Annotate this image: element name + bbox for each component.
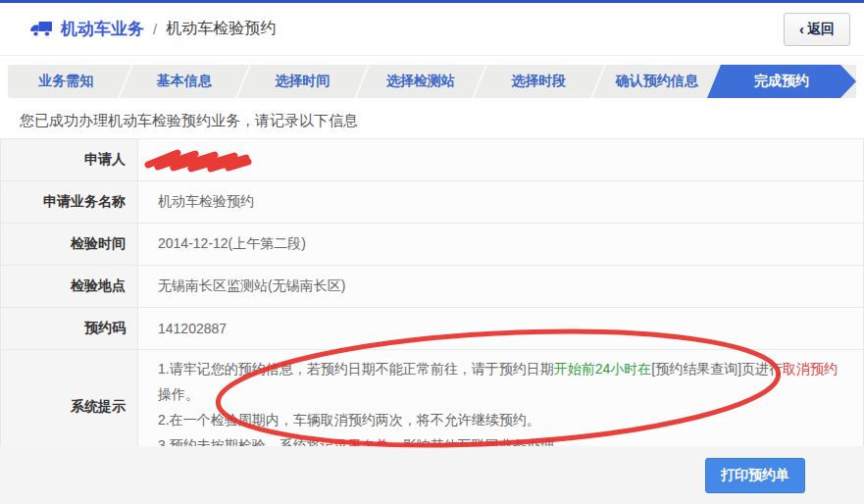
tip-text-highlight-green: 开始前24小时在 — [554, 361, 652, 377]
row-label: 检验地点 — [1, 266, 138, 308]
step-basic-info: 基本信息 — [127, 65, 243, 98]
row-value: 141202887 — [138, 308, 864, 350]
footer-bar: 打印预约单 — [0, 446, 864, 504]
row-label: 申请人 — [1, 139, 138, 181]
back-button-label: 返回 — [807, 21, 835, 38]
table-row-booking-code: 预约码 141202887 — [1, 308, 864, 350]
row-value: 无锡南长区监测站(无锡南长区) — [138, 266, 864, 308]
back-button[interactable]: ‹ 返回 — [784, 13, 850, 46]
step-confirm-info: 确认预约信息 — [599, 65, 716, 98]
applicant-value-redacted — [138, 139, 864, 181]
success-message: 您已成功办理机动车检验预约业务，请记录以下信息 — [20, 112, 844, 130]
table-row-service-name: 申请业务名称 机动车检验预约 — [1, 181, 864, 224]
page-header: 机动车业务 / 机动车检验预约 ‹ 返回 — [0, 3, 864, 56]
brand-label: 机动车业务 — [61, 18, 144, 40]
step-complete-active: 完成预约 — [707, 65, 856, 98]
table-row-inspection-place: 检验地点 无锡南长区监测站(无锡南长区) — [1, 266, 864, 308]
step-select-slot: 选择时段 — [481, 65, 597, 98]
tip-text-highlight-red: 取消预约 — [783, 361, 838, 377]
print-appointment-button[interactable]: 打印预约单 — [705, 458, 805, 493]
row-label: 检验时间 — [1, 224, 138, 266]
tip-text: [预约结果查询]页进行 — [651, 361, 783, 377]
chevron-left-icon: ‹ — [799, 21, 804, 37]
row-label: 预约码 — [1, 308, 138, 350]
row-value: 机动车检验预约 — [138, 181, 864, 224]
page-title: 机动车检验预约 — [166, 19, 276, 39]
table-row-applicant: 申请人 — [1, 139, 864, 181]
row-value: 2014-12-12(上午第二段) — [138, 224, 864, 266]
wizard-steps-bar: 业务需知 基本信息 选择时间 选择检测站 选择时段 确认预约信息 完成预约 — [8, 65, 856, 98]
breadcrumb-separator: / — [153, 21, 157, 37]
tip-text: 2.在一个检验周期内，车辆取消预约两次，将不允许继续预约。 — [158, 412, 540, 428]
tip-text: 1.请牢记您的预约信息，若预约日期不能正常前往，请于预约日期 — [158, 361, 554, 377]
step-select-time: 选择时间 — [244, 65, 361, 98]
tip-line-2: 2.在一个检验周期内，车辆取消预约两次，将不允许继续预约。 — [158, 407, 851, 432]
redaction-scribble — [144, 146, 254, 174]
step-business-notice: 业务需知 — [8, 65, 125, 98]
step-select-station: 选择检测站 — [363, 65, 480, 98]
tip-line-1: 1.请牢记您的预约信息，若预约日期不能正常前往，请于预约日期开始前24小时在[预… — [158, 356, 851, 407]
table-row-inspection-time: 检验时间 2014-12-12(上午第二段) — [1, 224, 864, 266]
appointment-info-table: 申请人 申请业务名称 机动车检验预约 检验时间 2014-12-12(上午第二段… — [0, 138, 864, 465]
tip-text: 操作。 — [158, 386, 199, 402]
truck-icon — [29, 21, 52, 37]
row-label: 申请业务名称 — [1, 181, 138, 224]
breadcrumb-brand[interactable]: 机动车业务 — [29, 18, 144, 40]
